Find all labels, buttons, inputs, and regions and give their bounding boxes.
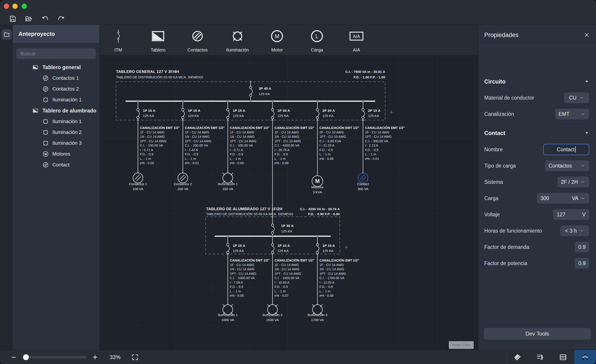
panel-tablero-alumbrado[interactable]: TABLERO DE ALUMBRADO 127 V 1F/2HTABLERO … — [206, 207, 359, 322]
circuit-branch[interactable]: 2P 20 A125 KACANALIZACIÓN EMT 1/2"2F - C… — [316, 100, 359, 176]
sidebar-item-contact[interactable]: Contact — [13, 159, 99, 170]
load-node-iluminación-3[interactable]: Iluminación 31700 VA — [307, 304, 327, 322]
svg-text:1PT - CU 14 AWG: 1PT - CU 14 AWG — [365, 135, 392, 138]
svg-text:CANALIZACIÓN EMT 1/2": CANALIZACIÓN EMT 1/2" — [320, 258, 359, 262]
zoom-out-button[interactable]: − — [9, 350, 19, 364]
sidebar-item-contactos-1[interactable]: Contactos 1 — [13, 73, 99, 83]
cables-view-button[interactable] — [507, 350, 529, 364]
zoom-slider-thumb[interactable] — [23, 354, 29, 360]
undo-icon[interactable] — [57, 15, 65, 22]
one-line-diagram[interactable]: TABLERO GENERAL 127 V 3F/4HTABLERO DE DI… — [100, 55, 478, 350]
svg-text:L. - 1 m: L. - 1 m — [365, 152, 376, 156]
react-flow-attribution[interactable]: React Flow — [449, 341, 474, 349]
nombre-input[interactable]: Contact — [543, 144, 589, 155]
table-view-button[interactable] — [551, 350, 574, 364]
project-tree: Tablero generalContactos 1Contactos 2Ilu… — [13, 62, 99, 170]
tipo-carga-dropdown[interactable]: Contactos — [545, 160, 589, 171]
load-node-iluminación-1[interactable]: Iluminación 11000 VA — [218, 304, 238, 322]
add-circuit-handle[interactable]: + — [389, 108, 393, 116]
oneline-view-button[interactable] — [574, 350, 596, 364]
palette-item-tablero[interactable]: Tablero — [141, 25, 175, 55]
sidebar-item-tablero-general[interactable]: Tablero general — [13, 62, 99, 73]
diagram-canvas[interactable]: TABLERO GENERAL 127 V 3F/4HTABLERO DE DI… — [100, 55, 478, 350]
svg-text:C.I. - 1500.00 VA: C.I. - 1500.00 VA — [275, 276, 299, 280]
open-file-button[interactable] — [25, 15, 32, 22]
svg-text:300 VA: 300 VA — [358, 187, 368, 191]
palette-item-carga[interactable]: LCarga — [300, 25, 334, 55]
svg-text:2F - CU 10 AWG: 2F - CU 10 AWG — [320, 131, 344, 134]
palette-item-iluminaci-n[interactable]: Iluminación — [221, 25, 254, 55]
sidebar-item-iluminación-1[interactable]: Iluminación 1 — [13, 94, 99, 105]
material-dropdown[interactable]: CU — [564, 92, 589, 103]
close-window-button[interactable] — [4, 4, 9, 9]
search-input[interactable] — [16, 48, 96, 59]
zoom-level: 33% — [106, 350, 124, 364]
canalizacion-dropdown[interactable]: EMT — [555, 109, 589, 119]
zoom-window-button[interactable] — [22, 4, 27, 9]
load-node-contactos-2[interactable]: Contactos 2200 VA — [174, 172, 192, 191]
palette-item-label: A/A — [340, 47, 373, 53]
circuit-branch[interactable]: 1P 15 A125 KACANALIZACIÓN EMT 1/2"1F - C… — [227, 100, 270, 173]
svg-text:I - 29.76 A: I - 29.76 A — [275, 148, 290, 152]
svg-text:Motores: Motores — [311, 185, 323, 189]
panel-tablero-general[interactable]: TABLERO GENERAL 127 V 3F/4HTABLERO DE DI… — [116, 70, 405, 217]
redo-icon[interactable] — [41, 15, 49, 22]
svg-text:1P 15 A: 1P 15 A — [143, 109, 155, 112]
sidebar-item-motores[interactable]: MMotores — [13, 149, 99, 159]
save-button[interactable] — [9, 15, 16, 22]
load-node-iluminación-1[interactable]: Iluminación 1100 VA — [218, 172, 238, 191]
sidebar-item-tablero-de-alumbrado[interactable]: Tablero de alumbrado — [13, 105, 99, 116]
zoom-in-button[interactable]: + — [90, 350, 100, 364]
svg-text:C.I. - 100.00 VA: C.I. - 100.00 VA — [140, 144, 163, 147]
factor-demanda-input[interactable]: 0.9 — [575, 242, 589, 253]
palette-item-label: Contactos — [181, 47, 215, 53]
sidebar-item-iluminación-2[interactable]: Iluminación 2 — [13, 127, 99, 138]
zoom-slider[interactable] — [22, 356, 87, 359]
section-contact[interactable]: Contact — [484, 128, 589, 138]
sidebar-item-iluminación-1[interactable]: Iluminación 1 — [13, 116, 99, 127]
section-circuito[interactable]: Circuito — [484, 77, 589, 86]
palette-item-motor[interactable]: MMotor — [260, 25, 294, 55]
svg-text:1N - CU 14 AWG: 1N - CU 14 AWG — [230, 135, 255, 138]
circuit-branch[interactable]: 1P 30 A125 KACANALIZACIÓN EMT 1/2"1F - C… — [271, 100, 314, 217]
circuit-branch[interactable]: 2P 15 A125 KACANALIZACIÓN EMT 1/2"2F - C… — [362, 100, 405, 173]
schedule-view-button[interactable] — [529, 350, 551, 364]
fit-view-icon[interactable] — [131, 353, 139, 361]
voltaje-input[interactable]: 127 V — [553, 209, 589, 220]
project-folder-button[interactable] — [2, 29, 12, 39]
load-node-motores[interactable]: MMotores3 KVA — [311, 175, 323, 194]
carga-input-dropdown[interactable]: 300 VA — [537, 193, 589, 204]
row-sistema: Sistema 2F / 2H — [484, 176, 589, 188]
palette-item-itm[interactable]: ITM — [101, 25, 135, 55]
circuit-branch[interactable]: 1P 15 A125 KACANALIZACIÓN EMT 1/2"1F - C… — [271, 235, 314, 305]
sistema-dropdown[interactable]: 2F / 2H — [557, 177, 589, 187]
factor-potencia-input[interactable]: 0.9 — [575, 258, 589, 269]
svg-text:Iluminación 3: Iluminación 3 — [307, 313, 327, 317]
svg-text:1F - CU 14 AWG: 1F - CU 14 AWG — [230, 263, 254, 267]
row-canalizacion: Canalización EMT — [484, 108, 589, 120]
cables-icon — [514, 353, 522, 361]
svg-text:1F - CU 10 AWG: 1F - CU 10 AWG — [275, 131, 299, 134]
svg-text:1N - CU 10 AWG: 1N - CU 10 AWG — [275, 135, 299, 138]
palette-item-label: Carga — [300, 47, 334, 53]
palette-item-contactos[interactable]: Contactos — [181, 25, 215, 55]
dev-tools-button[interactable]: Dev Tools — [484, 328, 591, 340]
add-circuit-handle[interactable]: + — [344, 243, 348, 251]
folder-icon — [3, 35, 10, 38]
svg-text:1PT - CU 14 AWG: 1PT - CU 14 AWG — [185, 139, 212, 143]
sidebar-item-contactos-2[interactable]: Contactos 2 — [13, 83, 99, 94]
svg-text:e% - 0.01: e% - 0.01 — [365, 157, 379, 161]
palette-item-a-a[interactable]: A/AA/A — [340, 25, 373, 55]
circuit-branch[interactable]: 1P 15 A125 KACANALIZACIÓN EMT 1/2"1F - C… — [316, 235, 359, 305]
load-node-contact[interactable]: Contact300 VA — [357, 172, 369, 191]
load-node-contactos-1[interactable]: Contactos 1100 VA — [129, 172, 147, 191]
load-node-iluminación-2[interactable]: Iluminación 21500 VA — [262, 304, 283, 322]
close-icon[interactable] — [583, 32, 590, 38]
circuit-branch[interactable]: 1P 15 A125 KACANALIZACIÓN EMT 1/2"1F - C… — [227, 235, 270, 305]
circuit-branch[interactable]: 1P 15 A125 KACANALIZACIÓN EMT 1/2"1F - C… — [182, 100, 225, 173]
project-title: Anteproyecto — [19, 31, 55, 37]
circuit-branch[interactable]: 1P 15 A125 KACANALIZACIÓN EMT 1/2"1F - C… — [137, 100, 180, 173]
minimize-window-button[interactable] — [12, 4, 18, 9]
sidebar-item-iluminación-3[interactable]: Iluminación 3 — [13, 138, 99, 149]
horas-dropdown[interactable]: < 3 h — [560, 225, 589, 236]
